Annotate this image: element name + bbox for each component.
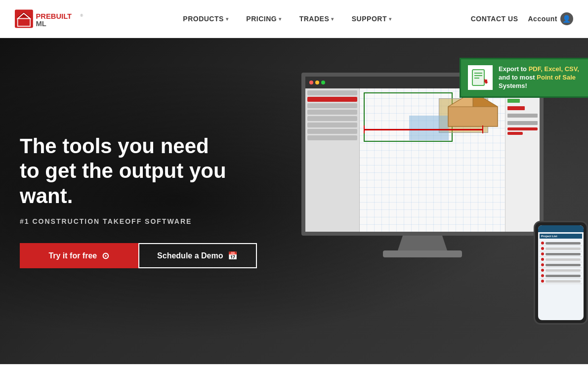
- screen-main: [360, 88, 505, 232]
- nav-support-link[interactable]: SUPPORT ▾: [352, 15, 392, 23]
- hero-subtitle: #1 CONSTRUCTION TAKEOFF SOFTWARE: [20, 217, 257, 225]
- max-dot: [321, 81, 325, 84]
- account-icon: 👤: [560, 12, 573, 25]
- logo[interactable]: PREBUILT ML ®: [15, 6, 104, 32]
- calendar-icon: 📅: [228, 251, 238, 260]
- nav-products[interactable]: PRODUCTS ▾: [183, 15, 228, 23]
- panel-bar-red-sm: [507, 132, 523, 135]
- svg-text:®: ®: [81, 13, 84, 18]
- logo-image: PREBUILT ML ®: [15, 6, 104, 32]
- schedule-demo-button[interactable]: Schedule a Demo 📅: [138, 243, 257, 268]
- close-dot: [309, 81, 313, 84]
- sidebar-item: [307, 123, 357, 127]
- contact-us-link[interactable]: CONTACT US: [471, 15, 518, 23]
- export-icon: [468, 65, 493, 90]
- chevron-down-icon: ▾: [331, 16, 334, 22]
- phone-screen: Project List: [538, 225, 584, 320]
- monitor: [301, 73, 544, 255]
- screen-content: [305, 77, 540, 232]
- navbar: PREBUILT ML ® PRODUCTS ▾ PRICING ▾ TRADE…: [0, 0, 588, 38]
- hero-content: The tools you need to get the output you…: [0, 134, 277, 268]
- sidebar-item: [307, 135, 357, 140]
- monitor-stand: [398, 236, 447, 250]
- chevron-down-icon: ▾: [389, 16, 392, 22]
- screen-right-panel: [505, 88, 540, 232]
- nav-trades-link[interactable]: TRADES ▾: [299, 15, 334, 23]
- hero-product-image: Export to PDF, Excel, CSV, and to most P…: [272, 58, 588, 344]
- phone-list-item: [540, 251, 582, 257]
- arrow-right-icon: ⊙: [102, 250, 109, 261]
- svg-rect-13: [485, 80, 487, 83]
- panel-bar-red: [507, 127, 538, 130]
- nav-right: CONTACT US Account 👤: [471, 12, 573, 25]
- account-link[interactable]: Account 👤: [528, 12, 573, 25]
- phone: Project List: [534, 221, 588, 325]
- phone-status-bar: [538, 225, 584, 232]
- phone-list-item: [540, 262, 582, 268]
- screen-body: [305, 88, 540, 232]
- panel-row: [507, 113, 538, 119]
- nav-products-link[interactable]: PRODUCTS ▾: [183, 15, 228, 23]
- phone-list-item: [540, 246, 582, 251]
- drawing-shape-blue: [409, 116, 449, 140]
- sidebar-item-active: [307, 97, 357, 102]
- sidebar-item: [307, 110, 357, 115]
- svg-rect-11: [474, 78, 479, 79]
- sidebar-item: [307, 116, 357, 121]
- hero-section: The tools you need to get the output you…: [0, 38, 588, 364]
- screen-drawing: [360, 88, 505, 232]
- svg-rect-9: [474, 73, 482, 74]
- phone-list-item: [540, 257, 582, 262]
- svg-rect-10: [474, 75, 482, 76]
- hero-buttons: Try it for free ⊙ Schedule a Demo 📅: [20, 243, 257, 268]
- panel-row: [507, 98, 538, 104]
- panel-row: [507, 105, 538, 111]
- phone-list-item: [540, 241, 582, 246]
- min-dot: [315, 81, 319, 84]
- nav-links: PRODUCTS ▾ PRICING ▾ TRADES ▾ SUPPORT ▾: [183, 15, 391, 23]
- screen-sidebar: [305, 88, 360, 232]
- phone-header-bar: Project List: [540, 234, 582, 239]
- sidebar-item: [307, 129, 357, 134]
- phone-list-item: [540, 268, 582, 273]
- svg-text:PREBUILT: PREBUILT: [36, 12, 72, 20]
- nav-pricing-link[interactable]: PRICING ▾: [246, 15, 281, 23]
- phone-content: Project List: [538, 232, 584, 286]
- export-tooltip: Export to PDF, Excel, CSV, and to most P…: [460, 58, 588, 98]
- chevron-down-icon: ▾: [279, 16, 282, 22]
- measure-tick-left: [364, 125, 365, 133]
- phone-list-item: [540, 273, 582, 279]
- panel-row: [507, 120, 538, 126]
- sidebar-item: [307, 103, 357, 108]
- export-tooltip-text: Export to PDF, Excel, CSV, and to most P…: [499, 65, 588, 90]
- sidebar-item: [307, 90, 357, 95]
- svg-text:ML: ML: [36, 20, 46, 28]
- measurement-line: [364, 129, 482, 130]
- chevron-down-icon: ▾: [226, 16, 229, 22]
- nav-support[interactable]: SUPPORT ▾: [352, 15, 392, 23]
- phone-body: Project List: [534, 221, 588, 325]
- measure-tick-right: [482, 125, 483, 133]
- nav-pricing[interactable]: PRICING ▾: [246, 15, 281, 23]
- monitor-base: [383, 250, 462, 257]
- phone-list-item: [540, 279, 582, 284]
- try-free-button[interactable]: Try it for free ⊙: [20, 243, 138, 268]
- hero-title: The tools you need to get the output you…: [20, 134, 257, 208]
- bottom-section: 1 Getting started 2 Better tools 3: [0, 364, 588, 372]
- nav-trades[interactable]: TRADES ▾: [299, 15, 334, 23]
